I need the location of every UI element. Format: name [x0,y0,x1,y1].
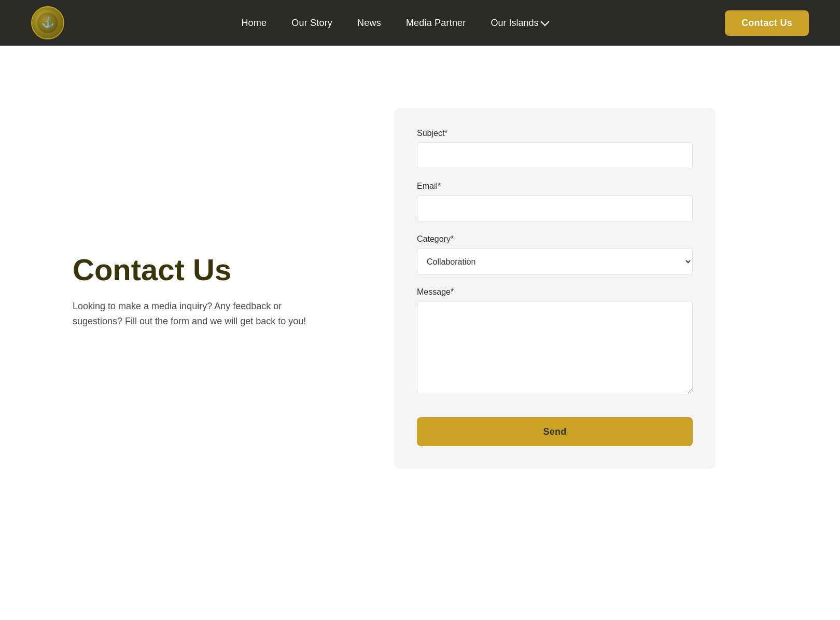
subject-input[interactable] [417,142,693,169]
nav-our-islands-label: Our Islands [491,18,539,29]
send-button[interactable]: Send [417,417,693,446]
nav-link-media-partner[interactable]: Media Partner [406,18,466,28]
subject-label: Subject* [417,129,693,138]
main-content: Contact Us Looking to make a media inqui… [0,46,840,511]
nav-link-home[interactable]: Home [241,18,267,28]
nav-item-our-islands[interactable]: Our Islands [491,18,548,29]
message-label: Message* [417,287,693,297]
email-input[interactable] [417,195,693,222]
left-section: Contact Us Looking to make a media inqui… [73,108,353,328]
nav-item-home[interactable]: Home [241,18,267,29]
nav-link-our-story[interactable]: Our Story [291,18,332,28]
email-group: Email* [417,182,693,222]
category-select[interactable]: Collaboration Media Inquiry Feedback Sug… [417,248,693,275]
nav-list: Home Our Story News Media Partner Our Is… [241,18,548,29]
logo-icon: ⚓ [31,6,64,39]
nav-item-media-partner[interactable]: Media Partner [406,18,466,29]
email-label: Email* [417,182,693,191]
nav-item-news[interactable]: News [357,18,381,29]
contact-us-nav-button[interactable]: Contact Us [725,10,809,36]
chevron-down-icon [540,18,549,26]
subject-group: Subject* [417,129,693,169]
message-textarea[interactable] [417,301,693,394]
svg-text:⚓: ⚓ [41,16,54,29]
message-group: Message* [417,287,693,396]
nav-our-islands-dropdown[interactable]: Our Islands [491,18,548,29]
navbar: ⚓ Home Our Story News Media Partner Our … [0,0,840,46]
category-label: Category* [417,235,693,244]
logo-container[interactable]: ⚓ [31,6,64,39]
page-description: Looking to make a media inquiry? Any fee… [73,299,321,329]
nav-link-news[interactable]: News [357,18,381,28]
nav-item-our-story[interactable]: Our Story [291,18,332,29]
page-title: Contact Us [73,253,353,286]
category-group: Category* Collaboration Media Inquiry Fe… [417,235,693,275]
contact-form-container: Subject* Email* Category* Collaboration … [394,108,716,469]
